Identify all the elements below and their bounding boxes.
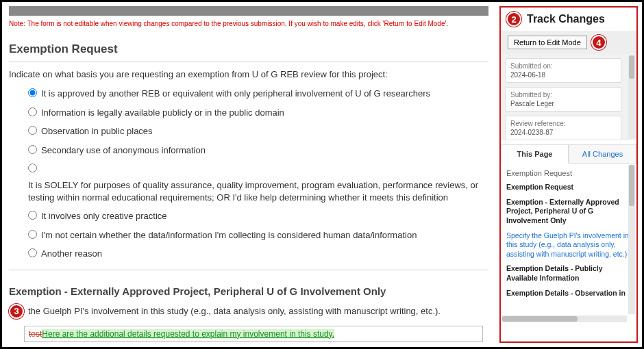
return-to-edit-button[interactable]: Return to Edit Mode	[508, 36, 587, 49]
list-scrollbar-horizontal[interactable]	[502, 315, 627, 322]
option-label: I'm not certain whether the data/informa…	[41, 229, 417, 242]
radio-6[interactable]	[28, 230, 37, 239]
option-secondary-anonymous[interactable]: Secondary use of anonymous information	[28, 144, 488, 157]
app-frame: Note: The form is not editable when view…	[0, 0, 644, 349]
option-public-domain[interactable]: Information is legally available publicl…	[28, 107, 488, 119]
list-item-link[interactable]: Specify the Guelph PI's involvement in t…	[506, 231, 631, 259]
radio-7[interactable]	[28, 248, 37, 257]
tab-all-changes[interactable]: All Changes	[569, 144, 636, 164]
readonly-note: Note: The form is not editable when view…	[9, 20, 488, 27]
top-gray-bar	[9, 6, 488, 16]
option-label: Information is legally available publicl…	[41, 107, 284, 119]
meta-value: Pascale Leger	[510, 100, 616, 107]
scrollbar-thumb[interactable]	[629, 55, 634, 79]
panel-title: Track Changes	[527, 13, 605, 25]
option-label: It is approved by another REB or equival…	[41, 88, 430, 100]
track-changes-panel: 2 Track Changes Return to Edit Mode 4 Su…	[499, 6, 638, 343]
option-approved-other-reb[interactable]: It is approved by another REB or equival…	[28, 88, 488, 100]
meta-value: 2024-0238-87	[510, 129, 616, 136]
divider	[9, 270, 488, 270]
option-label: Another reason	[41, 248, 102, 260]
meta-label: Submitted by:	[510, 91, 616, 99]
radio-3[interactable]	[28, 145, 37, 154]
changes-list: Exemption Request Exemption Request Exem…	[501, 164, 636, 324]
callout-badge-4: 4	[591, 35, 606, 50]
meta-label: Submitted on:	[510, 62, 616, 70]
list-item[interactable]: Exemption Details - Observation in	[506, 289, 631, 298]
tracked-deleted-text: test	[29, 329, 42, 339]
option-label: Observation in public places	[41, 125, 153, 138]
option-observation[interactable]: Observation in public places	[28, 125, 488, 138]
divider	[9, 62, 488, 62]
callout-badge-3: 3	[9, 304, 24, 319]
option-not-certain[interactable]: I'm not certain whether the data/informa…	[28, 229, 488, 242]
meta-scrollbar[interactable]	[628, 55, 635, 139]
return-row: Return to Edit Mode 4	[501, 31, 636, 54]
option-label: It involves only creative practice	[41, 210, 167, 222]
meta-label: Review reference:	[510, 120, 616, 127]
meta-value: 2024-06-18	[510, 71, 616, 79]
panel-header: 2 Track Changes	[501, 8, 636, 31]
list-scrollbar-vertical[interactable]	[628, 165, 635, 314]
option-blank-solely[interactable]	[28, 163, 488, 172]
section1-prompt: Indicate on what basis you are requestin…	[9, 69, 488, 79]
tab-this-page[interactable]: This Page	[501, 144, 569, 164]
list-item[interactable]: Exemption Details - Publicly Available I…	[506, 264, 631, 283]
option-creative-practice[interactable]: It involves only creative practice	[28, 210, 488, 222]
list-section-header: Exemption Request	[506, 169, 631, 177]
callout-badge-2: 2	[506, 12, 521, 27]
main-form: Note: The form is not editable when view…	[2, 2, 495, 347]
option-label: Secondary use of anonymous information	[41, 144, 206, 157]
list-item[interactable]: Exemption - Externally Approved Project,…	[506, 198, 631, 226]
exemption-options: It is approved by another REB or equival…	[28, 88, 488, 260]
involvement-field[interactable]: testHere are the additional details requ…	[24, 326, 483, 342]
section2-title: Exemption - Externally Approved Project,…	[9, 285, 488, 297]
list-item[interactable]: Exemption Request	[506, 183, 631, 192]
scrollbar-thumb[interactable]	[629, 165, 634, 206]
meta-submitted-on: Submitted on: 2024-06-18	[505, 58, 621, 83]
radio-1[interactable]	[28, 107, 37, 116]
tracked-inserted-text: Here are the additional details requeste…	[42, 329, 334, 339]
radio-0[interactable]	[28, 88, 37, 97]
radio-4[interactable]	[28, 164, 37, 172]
meta-wrap: Submitted on: 2024-06-18 Submitted by: P…	[501, 54, 636, 140]
panel-tabs: This Page All Changes	[501, 144, 636, 164]
solely-description: It is SOLELY for purposes of quality ass…	[28, 179, 488, 203]
section1-title: Exemption Request	[9, 42, 488, 56]
option-another-reason[interactable]: Another reason	[28, 248, 488, 260]
section2-prompt: the Guelph PI's involvement in this stud…	[28, 306, 441, 316]
radio-5[interactable]	[28, 211, 37, 220]
scrollbar-thumb[interactable]	[502, 316, 578, 322]
meta-submitted-by: Submitted by: Pascale Leger	[505, 87, 621, 112]
section2-prompt-row: 3 the Guelph PI's involvement in this st…	[9, 304, 488, 319]
radio-2[interactable]	[28, 126, 37, 135]
meta-review-ref: Review reference: 2024-0238-87	[505, 116, 621, 140]
